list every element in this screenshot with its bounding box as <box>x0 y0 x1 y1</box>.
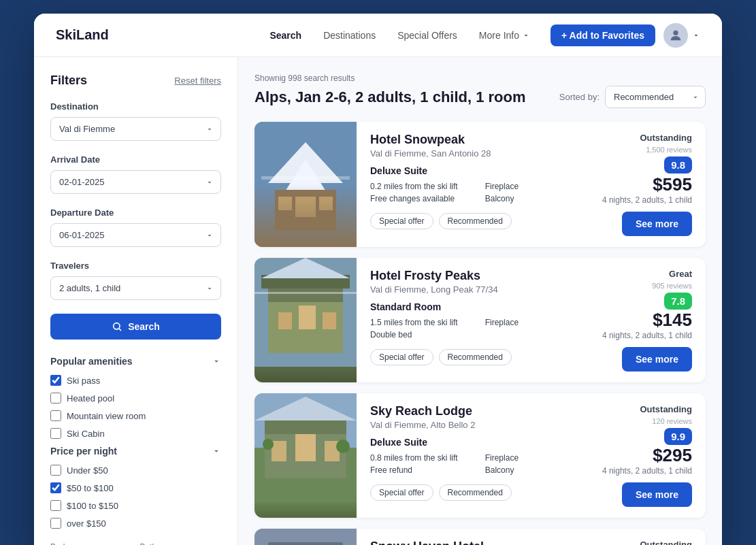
svg-rect-8 <box>295 197 316 217</box>
recommended-tag: Recommended <box>439 349 512 365</box>
departure-label: Departure Date <box>50 208 221 218</box>
hotel-card-snowyhaven: Snowy Haven Hotel Val di Fiemme Outstand… <box>254 529 706 545</box>
amenities-list: Ski pass Heated pool Mountain view room … <box>50 375 221 439</box>
rating-section: Outstanding 120 reviews 9.9 <box>640 404 692 445</box>
hotel-image-svg <box>254 122 357 244</box>
nav-destinations[interactable]: Destinations <box>314 24 385 46</box>
svg-rect-9 <box>319 197 333 210</box>
rating-badge: 9.8 <box>664 156 692 174</box>
price-under50-checkbox[interactable] <box>50 465 61 476</box>
departure-select[interactable]: 06-01-2025 <box>50 223 221 247</box>
hotel-address: Val di Fiemme, Alto Bello 2 <box>370 420 575 430</box>
ski-pass-checkbox[interactable] <box>50 375 61 386</box>
reset-filters-button[interactable]: Reset filters <box>174 76 221 86</box>
svg-line-2 <box>119 329 121 331</box>
svg-rect-31 <box>268 542 343 545</box>
ski-cabin-checkbox[interactable] <box>50 428 61 439</box>
amenity-ski-pass: Ski pass <box>50 375 221 386</box>
hotel-name: Sky Reach Lodge <box>370 404 575 418</box>
amenities-section[interactable]: Popular amenities <box>50 356 221 367</box>
amenity-mountain-view: Mountain view room <box>50 410 221 421</box>
arrival-date-filter: Arrival Date 02-01-2025 <box>50 154 221 194</box>
rating-label: Great <box>669 269 692 279</box>
price-100-150: $100 to $150 <box>50 500 221 511</box>
special-offer-tag: Special offer <box>370 484 433 501</box>
see-more-button[interactable]: See more <box>622 212 692 236</box>
heated-pool-checkbox[interactable] <box>50 393 61 403</box>
search-button[interactable]: Search <box>50 314 221 340</box>
room-type: Standard Room <box>370 301 575 312</box>
results-title: Alps, Jan 2-6, 2 adults, 1 child, 1 room <box>254 88 526 106</box>
chevron-down-icon <box>212 357 221 366</box>
rating-label: Outstanding <box>640 133 692 143</box>
svg-rect-26 <box>295 434 316 461</box>
hotel-address: Val di Fiemme, Long Peak 77/34 <box>370 284 575 295</box>
results-meta: Shownig 998 search results <box>254 73 706 83</box>
price-filter: Price per night Under $50 $50 to $100 $1… <box>50 446 221 529</box>
recommended-tag: Recommended <box>439 484 512 501</box>
chevron-down-icon <box>212 446 221 456</box>
svg-point-28 <box>263 439 274 450</box>
add-to-favorites-button[interactable]: + Add to Favorites <box>550 24 655 46</box>
recommended-tag: Recommended <box>439 213 512 229</box>
hotel-tags: Special offer Recommended <box>370 349 575 365</box>
rating-count: 120 reviews <box>652 417 692 425</box>
rating-label: Outstanding <box>640 404 692 414</box>
hotel-tags: Special offer Recommended <box>370 484 575 501</box>
travelers-select[interactable]: 2 adults, 1 child <box>50 276 221 300</box>
special-offer-tag: Special offer <box>370 213 433 229</box>
departure-date-filter: Departure Date 06-01-2025 <box>50 208 221 247</box>
hotel-image-skyreach <box>254 393 357 518</box>
hotel-right-frosty: Great 905 reviews 7.8 $145 4 nights, 2 a… <box>589 258 706 382</box>
svg-point-1 <box>114 323 120 329</box>
chevron-down-icon <box>692 31 700 39</box>
svg-rect-10 <box>261 176 350 180</box>
hotel-image-svg <box>254 393 357 502</box>
destination-select[interactable]: Val di Fiemme <box>50 117 221 141</box>
hotel-name: Hotel Snowpeak <box>370 133 575 147</box>
destination-filter: Destination Val di Fiemme <box>50 101 221 141</box>
mountain-view-checkbox[interactable] <box>50 410 61 421</box>
price-header[interactable]: Price per night <box>50 446 221 457</box>
hotel-card-frosty: Hotel Frosty Peaks Val di Fiemme, Long P… <box>254 258 706 382</box>
hotel-info-frosty: Hotel Frosty Peaks Val di Fiemme, Long P… <box>357 258 589 382</box>
price-50-100-checkbox[interactable] <box>50 482 61 493</box>
search-icon <box>112 321 122 332</box>
travelers-label: Travelers <box>50 261 221 271</box>
nav-search[interactable]: Search <box>260 24 311 46</box>
svg-rect-7 <box>278 197 292 210</box>
svg-point-29 <box>336 440 350 453</box>
sort-label: Sorted by: <box>559 92 599 102</box>
hotel-image-snowpeak <box>254 122 357 247</box>
nav-special-offers[interactable]: Special Offers <box>388 24 467 46</box>
special-offer-tag: Special offer <box>370 349 433 365</box>
price-over150-checkbox[interactable] <box>50 518 61 529</box>
hotel-right-skyreach: Outstanding 120 reviews 9.9 $295 4 night… <box>589 393 706 518</box>
price: $145 <box>602 310 692 331</box>
svg-rect-25 <box>272 441 286 461</box>
user-avatar-wrap[interactable] <box>663 23 700 48</box>
price-section: $145 4 nights, 2 adults, 1 child See mor… <box>602 310 692 371</box>
hotel-address: Val di Fiemme, San Antonio 28 <box>370 148 575 159</box>
price-section: $295 4 nights, 2 adults, 1 child See mor… <box>602 445 692 507</box>
sort-select[interactable]: Recommended Price: Low to High Price: Hi… <box>605 86 706 108</box>
svg-rect-16 <box>278 312 292 329</box>
price-100-150-checkbox[interactable] <box>50 500 61 511</box>
hotel-card-snowpeak: Hotel Snowpeak Val di Fiemme, San Antoni… <box>254 122 706 247</box>
svg-point-0 <box>673 30 678 35</box>
sort-wrap: Sorted by: Recommended Price: Low to Hig… <box>559 86 706 108</box>
hotel-name: Hotel Frosty Peaks <box>370 269 575 283</box>
main-layout: Filters Reset filters Destination Val di… <box>34 57 722 545</box>
svg-rect-18 <box>323 312 336 329</box>
hotel-card-skyreach: Sky Reach Lodge Val di Fiemme, Alto Bell… <box>254 393 706 518</box>
see-more-button[interactable]: See more <box>622 347 692 371</box>
price-section: $595 4 nights, 2 adults, 1 child See mor… <box>602 174 692 236</box>
amenity-heated-pool: Heated pool <box>50 393 221 403</box>
arrival-select[interactable]: 02-01-2025 <box>50 170 221 194</box>
room-type: Deluxe Suite <box>370 437 575 448</box>
see-more-button[interactable]: See more <box>622 482 692 507</box>
logo: SkiLand <box>56 27 109 43</box>
filters-title: Filters <box>50 73 87 88</box>
price: $595 <box>602 174 692 195</box>
nav-more-info[interactable]: More Info <box>470 24 540 46</box>
